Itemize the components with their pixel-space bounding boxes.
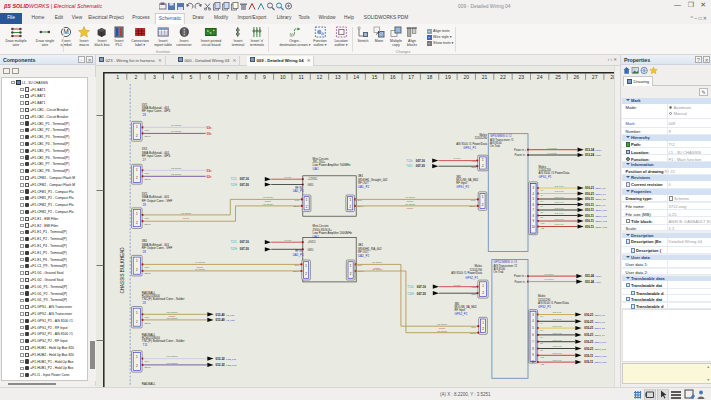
svg-text:+6VDC: +6VDC [308,240,317,244]
svg-text:010-11: 010-11 [585,219,594,223]
svg-text:28: 28 [143,113,147,117]
svg-text:013-32: 013-32 [216,357,225,361]
svg-text:23: 23 [518,74,524,80]
svg-text:T42H: T42H [407,292,413,296]
svg-text:11: 11 [298,74,303,80]
svg-text:9: 9 [263,74,266,80]
svg-text:GND: GND [308,248,314,252]
svg-text:Shield: Shield [144,322,151,324]
svg-text:On Trak: On Trak [494,270,505,274]
svg-text:W-PWR13: W-PWR13 [547,147,557,149]
svg-text:W-PWR13: W-PWR13 [547,152,557,154]
svg-text:010-11: 010-11 [584,354,593,358]
svg-text:28: 28 [143,301,147,305]
svg-text:T12d: T12d [406,159,412,163]
svg-text:W-DATA24: W-DATA24 [552,318,561,320]
svg-text:CHASSIS BULKHEAD: CHASSIS BULKHEAD [120,247,125,294]
svg-text:W-DATA24: W-DATA24 [554,218,563,220]
svg-text:8: 8 [245,74,248,80]
svg-text:Shield: Shield [144,272,151,274]
svg-text:W1-RG178: W1-RG178 [171,130,182,132]
svg-text:W8-RG316: W8-RG316 [372,261,383,263]
svg-text:Power in -: Power in - [515,280,527,284]
svg-text:RG316: RG316 [183,217,190,219]
svg-text:W-DATA24: W-DATA24 [554,185,563,187]
svg-text:RG316: RG316 [197,266,204,268]
svg-text:13: 13 [335,74,341,80]
svg-text:VCC: VCC [540,222,545,224]
svg-text:RG316: RG316 [265,200,272,202]
svg-text:10: 10 [280,74,286,80]
svg-text:W-PWR: W-PWR [285,176,292,178]
svg-text:Shield: Shield [144,135,151,137]
svg-text:GPS2_P1: GPS2_P1 [465,276,478,280]
svg-text:RF Input Conn - GPS: RF Input Conn - GPS [142,154,171,158]
svg-text:013-32: 013-32 [216,363,225,367]
svg-text:UA1_P1: UA1_P1 [293,189,304,193]
svg-text:5: 5 [190,74,193,80]
svg-text:GND: GND [471,166,476,168]
svg-text:RX-: RX- [540,336,544,338]
svg-text:007-30: 007-30 [240,247,249,251]
svg-text:W6-LMR200: W6-LMR200 [166,355,178,357]
svg-text:Core: Core [144,360,150,362]
svg-text:L10b+: L10b+ [595,275,602,277]
svg-text:26: 26 [574,74,580,80]
svg-text:28: 28 [143,203,147,207]
svg-text:L10b-: L10b- [596,154,602,156]
svg-text:010-21: 010-21 [584,333,593,337]
svg-text:L10b+: L10b+ [596,149,603,151]
svg-text:T42H: T42H [231,183,237,187]
svg-text:Core: Core [144,129,150,131]
svg-text:RF Output Conn - VHF: RF Output Conn - VHF [142,199,173,203]
svg-text:010-11: 010-11 [585,214,594,218]
svg-text:UA1_P2: UA1_P2 [358,185,370,189]
svg-text:27: 27 [592,74,598,80]
svg-text:Core: Core [295,199,301,201]
svg-text:W-DATA24: W-DATA24 [552,359,561,361]
svg-text:Core: Core [144,316,150,318]
svg-text:24: 24 [537,74,543,80]
svg-text:Shield: Shield [293,270,300,272]
svg-text:T12d: T12d [407,285,413,289]
svg-text:013-34: 013-34 [585,148,594,152]
svg-text:013-40: 013-40 [216,313,225,317]
svg-text:Power in +: Power in + [514,274,527,278]
svg-text:013-24: 013-24 [585,280,594,284]
svg-text:RX-: RX- [540,205,544,207]
svg-text:010-11: 010-11 [585,197,594,201]
svg-text:03<: 03< [207,169,212,173]
svg-text:W-DATA24: W-DATA24 [554,212,563,214]
svg-text:15: 15 [372,74,378,80]
svg-text:Power in +: Power in + [514,148,527,152]
svg-text:RG316: RG316 [439,327,446,329]
svg-text:GPS1_P1: GPS1_P1 [463,146,476,150]
svg-text:013-40: 013-40 [216,318,225,322]
svg-text:Shield: Shield [144,366,151,368]
svg-text:W-PWR14: W-PWR14 [544,278,554,280]
svg-text:007-16: 007-16 [240,177,249,181]
svg-text:VCC: VCC [540,356,545,358]
svg-text:TX-: TX- [540,322,543,324]
svg-text:TNC(F) Bulkhead Conn - Solder: TNC(F) Bulkhead Conn - Solder [142,339,185,343]
svg-text:W3-RG316: W3-RG316 [181,212,192,214]
svg-text:RF Output Conn - VHF: RF Output Conn - VHF [142,246,173,250]
svg-text:+ Pwr: + Pwr [470,286,476,288]
svg-text:03<: 03< [207,126,212,130]
svg-text:010-11: 010-11 [584,360,593,364]
svg-text:007-30: 007-30 [240,183,249,187]
svg-text:W8-RG316: W8-RG316 [437,330,448,332]
svg-text:010-11: 010-11 [585,203,594,207]
svg-text:W-DATA24: W-DATA24 [552,332,561,334]
svg-text:W8-RG316: W8-RG316 [372,268,383,270]
svg-text:W4-RG316: W4-RG316 [195,268,206,270]
svg-text:UA1: UA1 [313,167,319,171]
svg-text:W-PWR: W-PWR [454,157,461,159]
svg-text:+12VDC: +12VDC [308,177,318,181]
svg-text:T42H: T42H [231,247,237,251]
svg-text:Shield: Shield [144,178,151,180]
svg-text:Core: Core [144,266,150,268]
svg-text:W7-RG316: W7-RG316 [405,196,416,198]
svg-text:22: 22 [500,74,506,80]
svg-text:RG316: RG316 [407,207,414,209]
